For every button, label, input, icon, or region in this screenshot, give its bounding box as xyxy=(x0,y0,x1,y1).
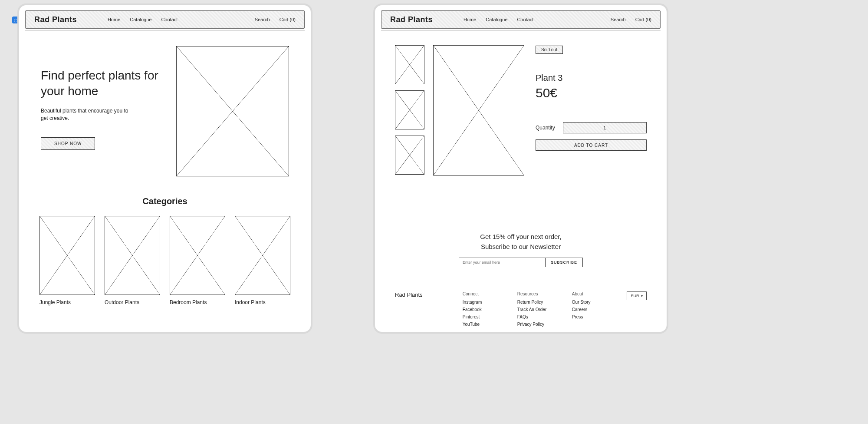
hero-headline: Find perfect plants for your home xyxy=(41,68,159,99)
hero-image-placeholder xyxy=(176,46,289,176)
top-nav: Rad Plants Home Catalogue Contact Search… xyxy=(25,10,305,29)
artboard-product: Rad Plants Home Catalogue Contact Search… xyxy=(373,3,668,334)
footer: Rad Plants Connect Instagram Facebook Pi… xyxy=(375,292,667,327)
footer-link[interactable]: Our Story xyxy=(572,300,607,305)
nav-catalogue[interactable]: Catalogue xyxy=(130,17,151,22)
quantity-stepper[interactable]: 1 xyxy=(563,122,647,133)
hero-subtext: Beautiful plants that encourage you to g… xyxy=(41,107,132,122)
brand-logo[interactable]: Rad Plants xyxy=(390,15,433,24)
footer-link[interactable]: FAQs xyxy=(517,315,552,319)
chevron-down-icon: ▾ xyxy=(641,294,643,298)
product-section: Sold out Plant 3 50€ Quantity 1 ADD TO C… xyxy=(375,30,667,180)
footer-brand: Rad Plants xyxy=(395,292,423,327)
add-to-cart-button[interactable]: ADD TO CART xyxy=(536,139,647,151)
newsletter-section: Get 15% off your next order, Subscribe t… xyxy=(375,232,667,267)
newsletter-email-input[interactable] xyxy=(459,258,546,267)
product-price: 50€ xyxy=(536,86,647,100)
categories-title: Categories xyxy=(19,196,311,206)
top-nav: Rad Plants Home Catalogue Contact Search… xyxy=(381,10,661,29)
category-image-placeholder xyxy=(170,216,225,295)
footer-link[interactable]: Return Policy xyxy=(517,300,552,305)
footer-link[interactable]: Press xyxy=(572,315,607,319)
footer-head-about: About xyxy=(572,292,607,296)
category-card[interactable]: Outdoor Plants xyxy=(105,216,160,305)
quantity-label: Quantity xyxy=(536,125,555,131)
product-name: Plant 3 xyxy=(536,73,647,83)
categories-section: Categories Jungle Plants Outdoor Plants … xyxy=(19,196,311,305)
footer-link[interactable]: Pinterest xyxy=(463,315,497,319)
nav-contact[interactable]: Contact xyxy=(517,17,533,22)
sold-out-badge: Sold out xyxy=(536,46,563,54)
category-card[interactable]: Indoor Plants xyxy=(235,216,290,305)
currency-value: EUR xyxy=(631,294,639,298)
footer-link[interactable]: Instagram xyxy=(463,300,497,305)
footer-col-resources: Resources Return Policy Track An Order F… xyxy=(517,292,552,327)
category-image-placeholder xyxy=(235,216,290,295)
newsletter-line1: Get 15% off your next order, xyxy=(480,233,561,240)
hero-section: Find perfect plants for your home Beauti… xyxy=(19,30,311,185)
category-label: Outdoor Plants xyxy=(105,299,139,305)
product-info: Sold out Plant 3 50€ Quantity 1 ADD TO C… xyxy=(533,45,647,176)
nav-catalogue[interactable]: Catalogue xyxy=(486,17,507,22)
thumbnail-image[interactable] xyxy=(395,90,424,129)
category-card[interactable]: Bedroom Plants xyxy=(170,216,225,305)
nav-home[interactable]: Home xyxy=(464,17,476,22)
footer-link[interactable]: Privacy Policy xyxy=(517,322,552,327)
footer-link[interactable]: Facebook xyxy=(463,307,497,312)
product-main-image xyxy=(433,45,524,176)
footer-link[interactable]: YouTube xyxy=(463,322,497,327)
footer-link[interactable]: Track An Order xyxy=(517,307,552,312)
thumbnail-column xyxy=(395,45,424,176)
thumbnail-image[interactable] xyxy=(395,136,424,175)
category-image-placeholder xyxy=(105,216,160,295)
nav-home[interactable]: Home xyxy=(108,17,120,22)
thumbnail-image[interactable] xyxy=(395,45,424,84)
category-card[interactable]: Jungle Plants xyxy=(39,216,95,305)
footer-head-connect: Connect xyxy=(463,292,497,296)
newsletter-line2: Subscribe to our Newsletter xyxy=(481,243,561,250)
footer-head-resources: Resources xyxy=(517,292,552,296)
shop-now-button[interactable]: SHOP NOW xyxy=(41,137,95,150)
brand-logo[interactable]: Rad Plants xyxy=(34,15,77,24)
footer-col-connect: Connect Instagram Facebook Pinterest You… xyxy=(463,292,497,327)
footer-col-about: About Our Story Careers Press xyxy=(572,292,607,327)
currency-select[interactable]: EUR ▾ xyxy=(627,292,647,300)
nav-cart[interactable]: Cart (0) xyxy=(279,17,296,22)
artboard-home: Rad Plants Home Catalogue Contact Search… xyxy=(17,3,312,334)
category-label: Jungle Plants xyxy=(39,299,71,305)
subscribe-button[interactable]: SUBSCRIBE xyxy=(546,258,583,267)
category-label: Bedroom Plants xyxy=(170,299,207,305)
nav-search[interactable]: Search xyxy=(255,17,270,22)
category-label: Indoor Plants xyxy=(235,299,266,305)
footer-link[interactable]: Careers xyxy=(572,307,607,312)
nav-search[interactable]: Search xyxy=(611,17,626,22)
nav-cart[interactable]: Cart (0) xyxy=(635,17,651,22)
category-image-placeholder xyxy=(39,216,95,295)
nav-contact[interactable]: Contact xyxy=(161,17,178,22)
